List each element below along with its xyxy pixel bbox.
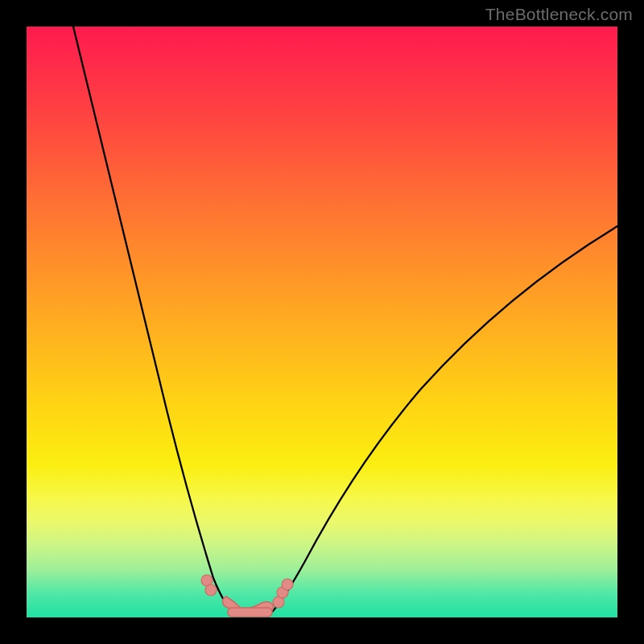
marker-dot [282, 579, 293, 590]
watermark-text: TheBottleneck.com [485, 5, 633, 24]
chart-canvas [27, 27, 617, 617]
chart-svg [27, 27, 617, 617]
marker-flat-bar [228, 608, 272, 617]
left-curve [73, 27, 237, 616]
marker-dot [205, 584, 217, 596]
right-curve [268, 226, 617, 616]
